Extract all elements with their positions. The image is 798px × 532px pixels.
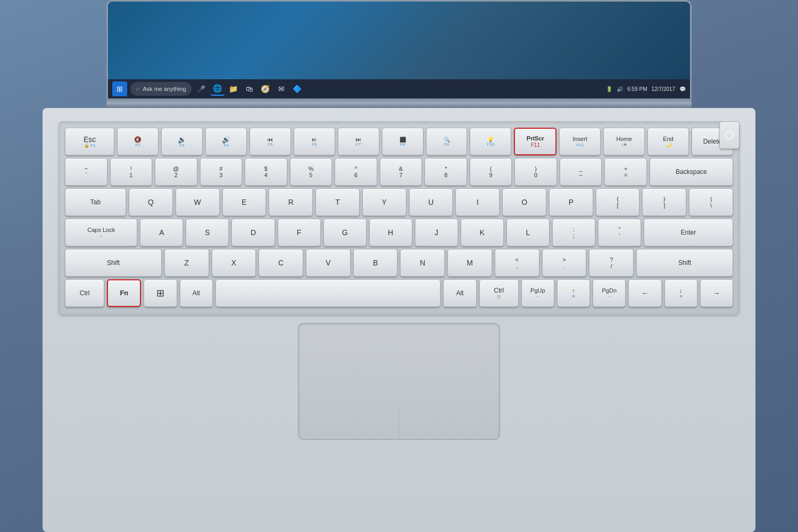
- key-f3[interactable]: 🔊 F4: [205, 128, 247, 155]
- key-z[interactable]: Z: [164, 249, 209, 277]
- key-ctrl-right[interactable]: Ctrl ☰: [479, 279, 519, 307]
- key-backslash[interactable]: |\: [689, 188, 733, 216]
- key-k[interactable]: K: [461, 219, 504, 246]
- key-shift-left[interactable]: Shift: [65, 249, 162, 277]
- taskbar-right: 🔋 🔊 6:59 PM 12/7/2017 💬: [606, 86, 686, 92]
- power-button[interactable]: [719, 121, 739, 149]
- key-r[interactable]: R: [269, 188, 313, 216]
- key-windows[interactable]: ⊞: [144, 279, 177, 307]
- key-tab[interactable]: Tab: [65, 188, 126, 216]
- trackpad[interactable]: [298, 323, 500, 440]
- key-down[interactable]: ↓ ☀: [664, 279, 697, 307]
- key-period[interactable]: >.: [542, 249, 587, 277]
- key-slash[interactable]: ?/: [589, 249, 634, 277]
- key-end[interactable]: End 🌙: [647, 128, 689, 155]
- taskbar-icon-store[interactable]: 🛍: [243, 82, 256, 96]
- key-f2[interactable]: 🔉 F3: [161, 128, 203, 155]
- number-key-row: ~` !1 @2 #3 $4 %5 ^6: [65, 158, 733, 186]
- taskbar-icons: 🌐 📁 🛍 🧭 ✉ 🔷: [211, 82, 304, 96]
- key-h[interactable]: H: [369, 219, 412, 246]
- key-n[interactable]: N: [400, 249, 445, 277]
- bottom-key-row: Ctrl Fn ⊞ Alt Alt Ctrl ☰: [65, 279, 733, 307]
- key-enter[interactable]: Enter: [644, 219, 733, 246]
- key-quote[interactable]: "': [598, 219, 641, 246]
- key-l[interactable]: L: [506, 219, 550, 246]
- key-5[interactable]: %5: [290, 158, 332, 186]
- key-p[interactable]: P: [549, 188, 593, 216]
- key-shift-right[interactable]: Shift: [636, 249, 733, 277]
- key-a[interactable]: A: [140, 219, 183, 246]
- key-lbracket[interactable]: {[: [596, 188, 640, 216]
- key-8[interactable]: *8: [425, 158, 467, 186]
- key-3[interactable]: #3: [200, 158, 243, 186]
- key-backspace[interactable]: Backspace: [650, 158, 733, 186]
- key-f[interactable]: F: [278, 219, 321, 246]
- key-minus[interactable]: _−: [560, 158, 602, 186]
- key-t[interactable]: T: [315, 188, 360, 216]
- key-2[interactable]: @2: [155, 158, 197, 186]
- key-6[interactable]: ^6: [335, 158, 377, 186]
- key-m[interactable]: M: [447, 249, 492, 277]
- key-comma[interactable]: <,: [495, 249, 539, 277]
- taskbar-date: 12/7/2017: [652, 86, 676, 92]
- key-f9[interactable]: 💡 F10: [470, 128, 511, 155]
- taskbar-icon-explorer[interactable]: 📁: [227, 82, 240, 96]
- key-left[interactable]: ←: [628, 279, 661, 307]
- key-semicolon[interactable]: :;: [552, 219, 595, 246]
- key-v[interactable]: V: [306, 249, 351, 277]
- taskbar-icon-mail[interactable]: ✉: [275, 82, 288, 96]
- key-f4[interactable]: ⏮ F5: [250, 128, 291, 155]
- key-f1[interactable]: 🔇 F2: [117, 128, 159, 155]
- key-spacebar[interactable]: [215, 279, 440, 307]
- key-right[interactable]: →: [700, 279, 733, 307]
- key-j[interactable]: J: [415, 219, 458, 246]
- laptop: ⊞ ○ Ask me anything 🎤 🌐 📁 🛍 🧭 ✉ 🔷 🔋 🔊 6:…: [0, 0, 798, 532]
- key-c[interactable]: C: [259, 249, 303, 277]
- taskbar-icon-browser[interactable]: 🧭: [259, 82, 272, 96]
- key-esc[interactable]: Esc 🔒 F1: [65, 128, 114, 155]
- key-fn[interactable]: Fn: [107, 279, 141, 307]
- key-d[interactable]: D: [231, 219, 275, 246]
- key-o[interactable]: O: [502, 188, 546, 216]
- start-button[interactable]: ⊞: [112, 81, 127, 96]
- key-i[interactable]: I: [455, 188, 500, 216]
- key-f6[interactable]: ⏭ F7: [338, 128, 379, 155]
- key-y[interactable]: Y: [362, 188, 406, 216]
- key-home[interactable]: Home ↑☀: [603, 128, 645, 155]
- taskbar-search[interactable]: ○ Ask me anything: [130, 82, 192, 96]
- key-prtscr[interactable]: PrtScr F11: [514, 128, 556, 155]
- key-s[interactable]: S: [186, 219, 229, 246]
- key-g[interactable]: G: [323, 219, 367, 246]
- taskbar-icon-edge[interactable]: 🌐: [211, 82, 225, 96]
- key-alt-right[interactable]: Alt: [443, 279, 476, 307]
- key-u[interactable]: U: [409, 188, 453, 216]
- key-pgup[interactable]: PgUp ←: [521, 279, 554, 307]
- key-capslock[interactable]: Caps Lock •: [65, 219, 137, 246]
- key-e[interactable]: E: [222, 188, 267, 216]
- key-q[interactable]: Q: [129, 188, 173, 216]
- taskbar-notification-icon: 💬: [679, 86, 686, 92]
- key-4[interactable]: $4: [245, 158, 287, 186]
- key-9[interactable]: (9: [470, 158, 512, 186]
- key-pgdn[interactable]: PgDn →: [593, 279, 626, 307]
- key-w[interactable]: W: [176, 188, 220, 216]
- key-b[interactable]: B: [353, 249, 398, 277]
- key-ctrl-left[interactable]: Ctrl: [65, 279, 104, 307]
- key-7[interactable]: &7: [380, 158, 422, 186]
- key-equals[interactable]: +=: [604, 158, 647, 186]
- key-rbracket[interactable]: }]: [642, 188, 686, 216]
- key-0[interactable]: )0: [514, 158, 557, 186]
- key-backtick[interactable]: ~`: [65, 158, 107, 186]
- key-f7[interactable]: ⬛ F8: [382, 128, 423, 155]
- power-icon: [725, 131, 734, 139]
- key-up[interactable]: ↑ ☀: [557, 279, 590, 307]
- taskbar-time: 6:59 PM: [627, 86, 647, 92]
- key-f8[interactable]: 🔍 F9: [426, 128, 468, 155]
- keyboard: Esc 🔒 F1 🔇 F2 🔉 F3 🔊 F4 ⏮ F5: [59, 121, 739, 315]
- key-1[interactable]: !1: [110, 158, 153, 186]
- taskbar-icon-app[interactable]: 🔷: [290, 82, 304, 96]
- key-alt-left[interactable]: Alt: [180, 279, 213, 307]
- key-f5[interactable]: ⏯ F6: [294, 128, 335, 155]
- key-insert[interactable]: Insert F12: [559, 128, 601, 155]
- key-x[interactable]: X: [212, 249, 256, 277]
